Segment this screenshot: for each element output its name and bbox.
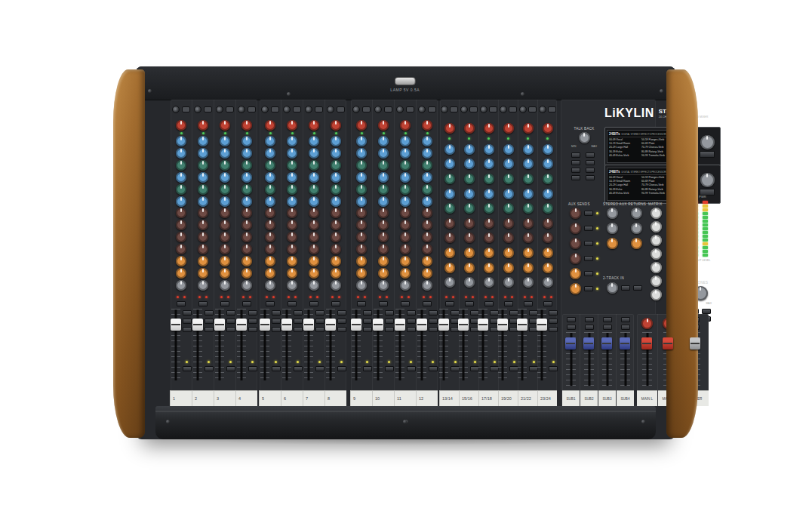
eq-green-knob[interactable] [464,203,475,214]
pan-gray-knob[interactable] [356,280,367,291]
eq-green-knob[interactable] [241,184,252,195]
pan-gray-knob[interactable] [400,280,411,291]
sub-assign-button[interactable] [603,325,612,330]
eq-blue-knob[interactable] [523,159,534,169]
eq-blue-knob[interactable] [422,172,432,183]
aux-dark-knob[interactable] [176,244,186,254]
aux-orange-knob[interactable] [287,268,297,279]
pfl-button[interactable] [337,366,346,371]
sub-assign-button[interactable] [603,317,612,322]
assign-3-4-button[interactable] [407,319,416,324]
aux-orange-knob[interactable] [198,256,208,266]
mute-button[interactable] [524,301,533,306]
pan-gray-knob[interactable] [464,277,475,288]
mute-button[interactable] [484,301,494,306]
assign-3-4-button[interactable] [315,319,324,324]
eq-blue-knob[interactable] [356,172,367,183]
assign-3-4-button[interactable] [183,319,192,324]
aux-dark-knob[interactable] [444,218,455,229]
assign-1-2-button[interactable] [272,310,281,316]
pan-gray-knob[interactable] [241,280,252,291]
eq-green-knob[interactable] [265,160,275,171]
eq-blue-knob[interactable] [400,196,411,207]
aux-dark-knob[interactable] [176,232,186,242]
aux-pfl-button[interactable] [584,286,593,291]
gain-red-knob[interactable] [484,123,494,134]
assign-1-2-button[interactable] [549,310,558,316]
aux-orange-knob[interactable] [523,263,534,273]
input-jack[interactable] [440,100,459,117]
pfl-button[interactable] [226,366,235,371]
assign-lr-button[interactable] [294,327,303,332]
aux-dark-knob[interactable] [444,232,455,243]
gain-red-knob[interactable] [400,120,411,131]
aux-dark-knob[interactable] [422,220,432,230]
assign-3-4-button[interactable] [205,319,214,324]
eq-blue-knob[interactable] [309,136,319,146]
aux-orange-knob[interactable] [422,268,432,279]
eq-blue-knob[interactable] [198,148,208,159]
pan-gray-knob[interactable] [378,280,389,291]
eq-blue-knob[interactable] [523,189,534,199]
aux-dark-knob[interactable] [241,244,252,254]
channel-fader[interactable] [237,309,246,381]
eq-blue-knob[interactable] [309,172,319,183]
eq-green-knob[interactable] [464,174,475,184]
channel-fader[interactable] [395,309,404,381]
aux-dark-knob[interactable] [176,208,186,218]
eq-blue-knob[interactable] [220,136,230,146]
eq-blue-knob[interactable] [220,148,230,159]
assign-3-4-button[interactable] [272,319,281,324]
aux-dark-knob[interactable] [464,232,475,243]
aux-orange-knob[interactable] [444,248,455,258]
two-track-button[interactable] [633,285,642,291]
eq-green-knob[interactable] [444,203,455,214]
eq-blue-knob[interactable] [503,189,514,199]
assign-3-4-button[interactable] [226,319,235,324]
aux-send-knob[interactable] [570,253,581,264]
aux-dark-knob[interactable] [198,220,208,230]
eq-blue-knob[interactable] [331,136,341,146]
eq-blue-knob[interactable] [265,172,275,183]
input-jack[interactable] [479,100,498,117]
eq-blue-knob[interactable] [287,172,297,183]
pan-gray-knob[interactable] [503,277,514,288]
assign-1-2-button[interactable] [226,310,235,316]
pfl-button[interactable] [363,366,372,371]
matrix-knob[interactable] [651,221,662,232]
matrix-knob[interactable] [651,262,662,273]
assign-1-2-button[interactable] [294,310,303,316]
mute-button[interactable] [401,301,410,306]
aux-dark-knob[interactable] [198,208,208,218]
eq-blue-knob[interactable] [503,144,514,155]
aux-dark-knob[interactable] [543,218,553,229]
eq-blue-knob[interactable] [241,136,252,146]
eq-green-knob[interactable] [422,184,432,195]
eq-blue-knob[interactable] [331,148,341,159]
eq-blue-knob[interactable] [287,196,297,207]
aux-orange-knob[interactable] [503,263,514,273]
eq-green-knob[interactable] [484,203,494,214]
aux-dark-knob[interactable] [378,244,389,254]
aux-dark-knob[interactable] [400,208,411,218]
eq-green-knob[interactable] [543,203,553,214]
aux-dark-knob[interactable] [287,208,297,218]
lamp-socket[interactable] [395,77,416,85]
eq-blue-knob[interactable] [176,196,186,207]
assign-3-4-button[interactable] [248,319,257,324]
aux-orange-knob[interactable] [523,248,534,258]
channel-fader[interactable] [498,309,507,381]
eq-green-knob[interactable] [422,160,432,171]
eq-blue-knob[interactable] [543,159,553,169]
aux-orange-knob[interactable] [356,256,367,266]
aux-orange-knob[interactable] [464,248,475,258]
assign-1-2-button[interactable] [315,310,324,316]
eq-blue-knob[interactable] [378,172,389,183]
channel-fader[interactable] [537,309,546,381]
assign-1-2-button[interactable] [385,310,394,316]
aux-return-knob[interactable] [631,223,642,234]
mute-button[interactable] [177,301,186,306]
eq-blue-knob[interactable] [241,148,252,159]
aux-dark-knob[interactable] [220,220,230,230]
eq-blue-knob[interactable] [220,172,230,183]
